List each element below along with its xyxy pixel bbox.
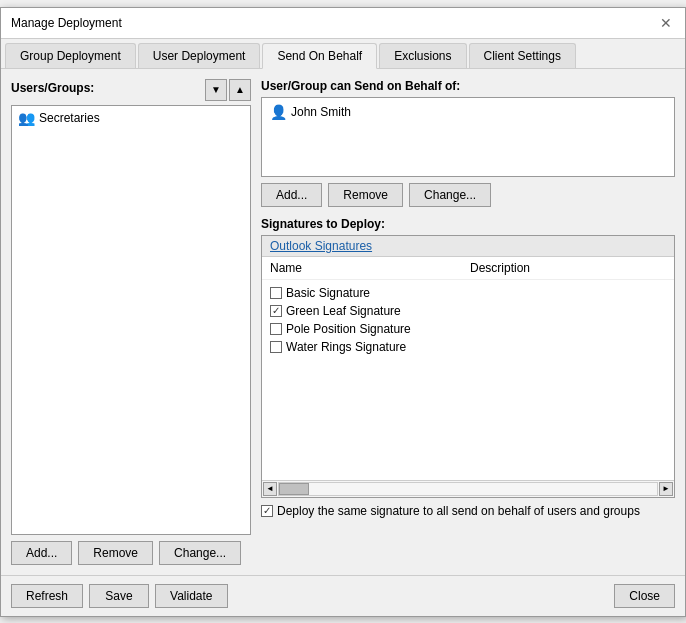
user-icon: 👤 xyxy=(270,104,287,120)
tab-bar: Group Deployment User Deployment Send On… xyxy=(1,39,685,69)
signature-label-3: Water Rings Signature xyxy=(286,340,406,354)
signature-item-1: ✓ Green Leaf Signature xyxy=(270,302,666,320)
signature-checkbox-3[interactable] xyxy=(270,341,282,353)
manage-deployment-window: Manage Deployment ✕ Group Deployment Use… xyxy=(0,7,686,617)
validate-button[interactable]: Validate xyxy=(155,584,227,608)
arrow-buttons: ▼ ▲ xyxy=(205,79,251,101)
deploy-same-signature-label: Deploy the same signature to all send on… xyxy=(277,504,640,518)
right-remove-button[interactable]: Remove xyxy=(328,183,403,207)
main-content: Users/Groups: ▼ ▲ 👥 Secretaries Add... R… xyxy=(1,69,685,575)
right-top-buttons: Add... Remove Change... xyxy=(261,183,675,207)
save-button[interactable]: Save xyxy=(89,584,149,608)
send-on-behalf-label: User/Group can Send on Behalf of: xyxy=(261,79,675,93)
outlook-signatures-tab[interactable]: Outlook Signatures xyxy=(270,239,372,253)
list-item: 👤 John Smith xyxy=(266,102,670,122)
horizontal-scrollbar[interactable]: ◄ ► xyxy=(262,480,674,497)
signature-item-0: Basic Signature xyxy=(270,284,666,302)
right-panel: User/Group can Send on Behalf of: 👤 John… xyxy=(261,79,675,565)
signature-label-2: Pole Position Signature xyxy=(286,322,411,336)
left-remove-button[interactable]: Remove xyxy=(78,541,153,565)
move-up-button[interactable]: ▲ xyxy=(229,79,251,101)
sig-desc-header: Description xyxy=(470,261,666,275)
left-panel: Users/Groups: ▼ ▲ 👥 Secretaries Add... R… xyxy=(11,79,251,565)
group-icon: 👥 xyxy=(18,110,35,126)
close-button[interactable]: Close xyxy=(614,584,675,608)
scroll-left-arrow[interactable]: ◄ xyxy=(263,482,277,496)
right-add-button[interactable]: Add... xyxy=(261,183,322,207)
scroll-right-arrow[interactable]: ► xyxy=(659,482,673,496)
tab-user-deployment[interactable]: User Deployment xyxy=(138,43,261,68)
signature-checkbox-0[interactable] xyxy=(270,287,282,299)
signature-checkbox-2[interactable] xyxy=(270,323,282,335)
left-change-button[interactable]: Change... xyxy=(159,541,241,565)
deploy-checkbox-row: ✓ Deploy the same signature to all send … xyxy=(261,504,675,518)
tab-group-deployment[interactable]: Group Deployment xyxy=(5,43,136,68)
scroll-thumb[interactable] xyxy=(279,483,309,495)
send-on-behalf-listbox[interactable]: 👤 John Smith xyxy=(261,97,675,177)
footer-right-buttons: Close xyxy=(614,584,675,608)
scroll-track[interactable] xyxy=(278,482,658,496)
main-area: Users/Groups: ▼ ▲ 👥 Secretaries Add... R… xyxy=(11,79,675,565)
footer: Refresh Save Validate Close xyxy=(1,575,685,616)
signature-item-2: Pole Position Signature xyxy=(270,320,666,338)
signature-checkbox-1[interactable]: ✓ xyxy=(270,305,282,317)
right-change-button[interactable]: Change... xyxy=(409,183,491,207)
deploy-same-signature-checkbox[interactable]: ✓ xyxy=(261,505,273,517)
signature-label-0: Basic Signature xyxy=(286,286,370,300)
footer-left-buttons: Refresh Save Validate xyxy=(11,584,228,608)
users-groups-listbox[interactable]: 👥 Secretaries xyxy=(11,105,251,535)
signatures-to-deploy-label: Signatures to Deploy: xyxy=(261,217,675,231)
signatures-tab-header: Outlook Signatures xyxy=(262,236,674,257)
left-panel-buttons: Add... Remove Change... xyxy=(11,541,251,565)
tab-send-on-behalf[interactable]: Send On Behalf xyxy=(262,43,377,69)
left-add-button[interactable]: Add... xyxy=(11,541,72,565)
sig-name-header: Name xyxy=(270,261,470,275)
title-bar: Manage Deployment ✕ xyxy=(1,8,685,39)
window-close-button[interactable]: ✕ xyxy=(657,14,675,32)
signatures-box: Outlook Signatures Name Description Basi… xyxy=(261,235,675,498)
users-header: Users/Groups: ▼ ▲ xyxy=(11,79,251,101)
signatures-list: Basic Signature ✓ Green Leaf Signature P… xyxy=(262,280,674,480)
list-item: 👥 Secretaries xyxy=(14,108,248,128)
users-groups-label: Users/Groups: xyxy=(11,81,94,95)
move-down-button[interactable]: ▼ xyxy=(205,79,227,101)
tab-client-settings[interactable]: Client Settings xyxy=(469,43,576,68)
signature-label-1: Green Leaf Signature xyxy=(286,304,401,318)
signature-item-3: Water Rings Signature xyxy=(270,338,666,356)
user-name: John Smith xyxy=(291,105,351,119)
group-name: Secretaries xyxy=(39,111,100,125)
tab-exclusions[interactable]: Exclusions xyxy=(379,43,466,68)
sig-column-headers: Name Description xyxy=(262,257,674,280)
window-title: Manage Deployment xyxy=(11,16,122,30)
refresh-button[interactable]: Refresh xyxy=(11,584,83,608)
